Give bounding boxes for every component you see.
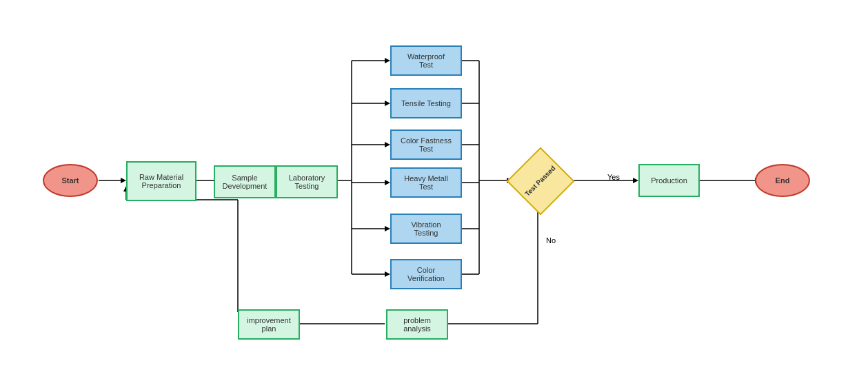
svg-marker-13 (385, 142, 390, 147)
tensile-node: Tensile Testing (390, 88, 462, 118)
lab-testing-node: Laboratory Testing (276, 165, 338, 198)
svg-marker-11 (385, 101, 390, 106)
svg-marker-17 (385, 226, 390, 231)
svg-marker-30 (633, 178, 638, 183)
svg-marker-9 (385, 58, 390, 63)
no-label: No (541, 234, 561, 247)
sample-dev-node: Sample Development (214, 165, 276, 198)
vibration-node: Vibration Testing (390, 214, 462, 244)
color-fastness-node: Color Fastness Test (390, 130, 462, 160)
svg-marker-19 (385, 271, 390, 277)
color-verif-node: Color Verification (390, 259, 462, 289)
problem-analysis-node: problem analysis (386, 309, 448, 340)
yes-label: Yes (600, 171, 627, 183)
raw-material-node: Raw Material Preparation (126, 161, 196, 201)
svg-marker-1 (121, 178, 126, 183)
svg-marker-15 (385, 180, 390, 185)
production-node: Production (638, 164, 700, 197)
flowchart: Start Raw Material Preparation Sample De… (0, 0, 868, 383)
test-passed-diamond: Test Passed (512, 153, 569, 209)
end-node: End (755, 164, 810, 197)
heavy-metal-node: Heavy Metall Test (390, 167, 462, 198)
start-node: Start (43, 164, 98, 197)
improvement-plan-node: improvement plan (238, 309, 300, 340)
waterproof-node: Waterproof Test (390, 45, 462, 76)
